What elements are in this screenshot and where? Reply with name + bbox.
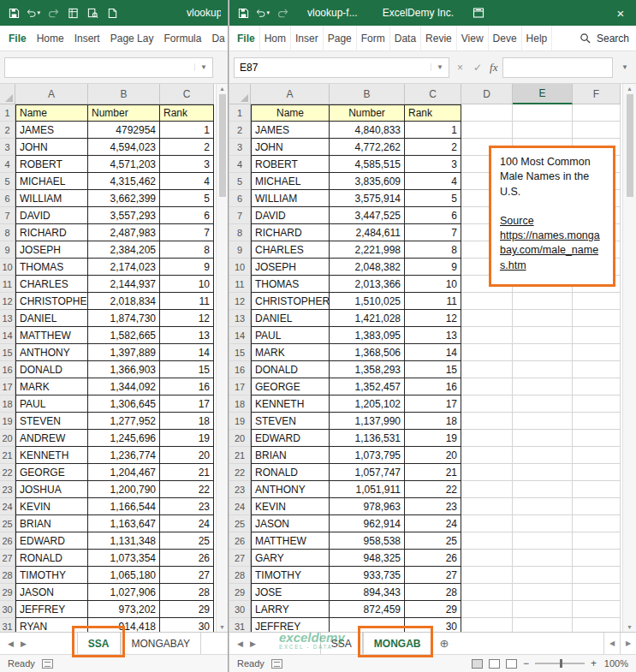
cell-B8[interactable]: 2,484,611 — [330, 224, 405, 241]
cell-C3[interactable]: 2 — [405, 139, 461, 156]
cell-B24[interactable]: 978,963 — [330, 498, 405, 515]
cell-C31[interactable]: 30 — [405, 618, 461, 632]
cell-C27[interactable]: 26 — [405, 550, 461, 567]
row-header-4[interactable]: 4 — [229, 156, 251, 173]
cell-F12[interactable] — [573, 293, 621, 310]
cell-A3[interactable]: JOHN — [251, 139, 330, 156]
cell-D13[interactable] — [461, 310, 513, 327]
cell-A17[interactable]: GEORGE — [251, 378, 330, 395]
cell-A2[interactable]: JAMES — [15, 122, 88, 139]
cell-F20[interactable] — [573, 430, 621, 447]
column-header-C[interactable]: C — [405, 84, 461, 104]
row-header-5[interactable]: 5 — [0, 173, 15, 190]
cell-B8[interactable]: 2,487,983 — [88, 224, 160, 241]
cell-B22[interactable]: 1,204,467 — [88, 464, 160, 481]
cell-A19[interactable]: STEVEN — [15, 413, 88, 430]
ribbon-tab-deve[interactable]: Deve — [489, 26, 522, 51]
cell-D22[interactable] — [461, 464, 513, 481]
cell-C5[interactable]: 4 — [160, 173, 214, 190]
cell-C7[interactable]: 6 — [405, 207, 461, 224]
row-header-1[interactable]: 1 — [229, 104, 251, 122]
cell-F21[interactable] — [573, 447, 621, 464]
cell-B19[interactable]: 1,277,952 — [88, 413, 160, 430]
cell-B12[interactable]: 1,510,025 — [330, 293, 405, 310]
cell-C11[interactable]: 10 — [405, 276, 461, 293]
cell-F25[interactable] — [573, 515, 621, 532]
cell-C1[interactable]: Rank — [405, 104, 461, 122]
cell-A8[interactable]: RICHARD — [251, 224, 330, 241]
cell-F18[interactable] — [573, 395, 621, 413]
cell-A30[interactable]: LARRY — [251, 601, 330, 618]
cell-A14[interactable]: PAUL — [251, 327, 330, 344]
cell-E15[interactable] — [513, 344, 573, 361]
cell-C16[interactable]: 15 — [405, 361, 461, 378]
row-header-21[interactable]: 21 — [229, 447, 251, 464]
cell-C29[interactable]: 28 — [160, 584, 214, 601]
cell-C25[interactable]: 24 — [160, 515, 214, 532]
cell-A29[interactable]: JOSE — [251, 584, 330, 601]
page-layout-view-icon[interactable] — [489, 659, 500, 669]
cell-D24[interactable] — [461, 498, 513, 515]
cell-E16[interactable] — [513, 361, 573, 378]
select-all-corner[interactable] — [229, 84, 251, 104]
cell-B24[interactable]: 1,166,544 — [88, 498, 160, 515]
cell-B15[interactable]: 1,397,889 — [88, 344, 160, 361]
cell-C8[interactable]: 7 — [160, 224, 214, 241]
new-sheet-icon[interactable]: ⊕ — [432, 633, 457, 654]
cell-C10[interactable]: 9 — [405, 259, 461, 276]
sheet-nav-arrows[interactable]: ◀▶ — [0, 633, 34, 654]
prev-sheet-icon[interactable]: ◀ — [8, 639, 14, 648]
cell-B25[interactable]: 962,914 — [330, 515, 405, 532]
cell-C13[interactable]: 12 — [405, 310, 461, 327]
row-header-2[interactable]: 2 — [0, 122, 15, 139]
ribbon-display-options-icon[interactable] — [472, 6, 485, 20]
cell-B30[interactable]: 973,202 — [88, 601, 160, 618]
cell-C13[interactable]: 12 — [160, 310, 214, 327]
page-break-view-icon[interactable] — [506, 659, 517, 669]
scroll-down-icon[interactable]: ▼ — [627, 624, 633, 630]
cell-F13[interactable] — [573, 310, 621, 327]
cell-F30[interactable] — [573, 601, 621, 618]
cell-A10[interactable]: JOSEPH — [251, 259, 330, 276]
redo-icon[interactable] — [276, 6, 289, 20]
search-box[interactable]: Search — [579, 32, 633, 45]
insert-function-icon[interactable]: fx — [490, 61, 497, 74]
next-sheet-icon[interactable]: ▶ — [250, 639, 256, 648]
cell-D15[interactable] — [461, 344, 513, 361]
cell-A9[interactable]: CHARLES — [251, 241, 330, 259]
cell-D2[interactable] — [461, 122, 513, 139]
cell-B3[interactable]: 4,772,262 — [330, 139, 405, 156]
cell-A21[interactable]: KENNETH — [15, 447, 88, 464]
row-header-3[interactable]: 3 — [0, 139, 15, 156]
cell-B2[interactable]: 4,840,833 — [330, 122, 405, 139]
row-header-18[interactable]: 18 — [0, 395, 15, 413]
row-header-20[interactable]: 20 — [229, 430, 251, 447]
sheet-tab-ssa[interactable]: SSA — [320, 633, 363, 654]
cell-E22[interactable] — [513, 464, 573, 481]
cell-B16[interactable]: 1,358,293 — [330, 361, 405, 378]
cell-A4[interactable]: ROBERT — [15, 156, 88, 173]
row-header-26[interactable]: 26 — [229, 532, 251, 550]
cell-F29[interactable] — [573, 584, 621, 601]
cell-B23[interactable]: 1,051,911 — [330, 481, 405, 498]
row-header-16[interactable]: 16 — [229, 361, 251, 378]
ribbon-tab-revie[interactable]: Revie — [421, 26, 457, 51]
row-header-13[interactable]: 13 — [0, 310, 15, 327]
cell-B11[interactable]: 2,013,366 — [330, 276, 405, 293]
cell-A22[interactable]: GEORGE — [15, 464, 88, 481]
cell-E31[interactable] — [513, 618, 573, 632]
cell-F23[interactable] — [573, 481, 621, 498]
cell-F26[interactable] — [573, 532, 621, 550]
row-header-6[interactable]: 6 — [0, 190, 15, 207]
cell-C7[interactable]: 6 — [160, 207, 214, 224]
cell-C9[interactable]: 8 — [160, 241, 214, 259]
cell-E25[interactable] — [513, 515, 573, 532]
cell-B1[interactable]: Number — [88, 104, 160, 122]
cell-A21[interactable]: BRIAN — [251, 447, 330, 464]
row-header-30[interactable]: 30 — [229, 601, 251, 618]
cell-F22[interactable] — [573, 464, 621, 481]
cell-B10[interactable]: 2,048,382 — [330, 259, 405, 276]
row-header-4[interactable]: 4 — [0, 156, 15, 173]
cell-B12[interactable]: 2,018,834 — [88, 293, 160, 310]
cell-C23[interactable]: 22 — [405, 481, 461, 498]
